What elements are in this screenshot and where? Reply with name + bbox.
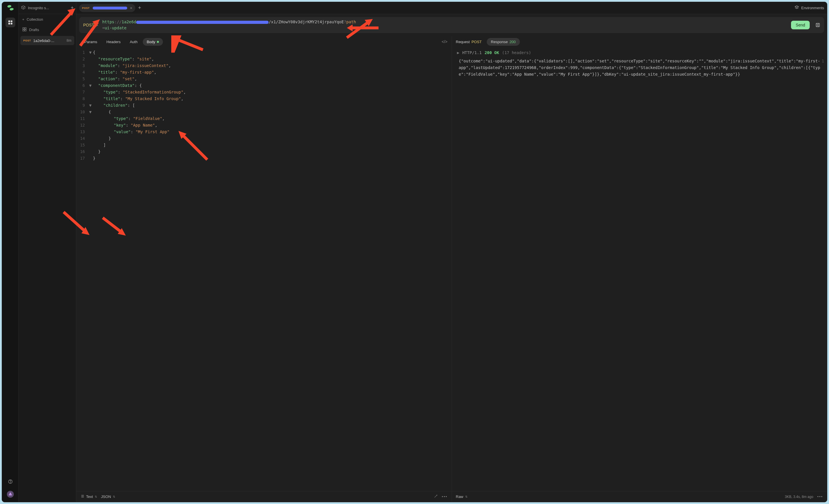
resp-line-num: 1 xyxy=(822,58,824,65)
tab-title-redacted xyxy=(93,7,127,9)
list-icon xyxy=(80,494,84,499)
request-tab[interactable]: POST × xyxy=(79,4,135,12)
raw-select[interactable]: Raw ⇅ xyxy=(456,495,467,499)
more-icon[interactable]: ••• xyxy=(817,495,823,499)
method-value: POST xyxy=(83,23,94,27)
drafts-icon xyxy=(22,27,27,33)
send-button[interactable]: Send xyxy=(791,21,810,29)
workspace-icon[interactable] xyxy=(5,17,15,27)
collection-row[interactable]: + Collection xyxy=(19,14,76,25)
more-icon[interactable]: ••• xyxy=(442,495,447,499)
save-icon[interactable] xyxy=(814,21,822,29)
format-select[interactable]: JSON ⇅ xyxy=(101,495,115,499)
request-side-label[interactable]: Request POST xyxy=(456,40,482,44)
app-logo xyxy=(6,5,14,11)
svg-rect-0 xyxy=(8,21,10,22)
new-icon[interactable]: + xyxy=(71,5,74,11)
tab-params[interactable]: Params xyxy=(80,38,101,46)
code-toggle-icon[interactable]: </> xyxy=(441,39,447,44)
svg-rect-2 xyxy=(8,23,10,25)
response-side-label[interactable]: Response 200 xyxy=(487,38,519,46)
svg-rect-8 xyxy=(25,28,26,29)
svg-rect-7 xyxy=(23,28,24,29)
url-redacted xyxy=(136,21,268,24)
svg-point-6 xyxy=(9,493,11,494)
chevron-updown-icon: ⇅ xyxy=(113,495,115,498)
draft-item[interactable]: POST 1a2e6da0-... 8m xyxy=(21,36,74,45)
collection-label: Collection xyxy=(27,17,43,22)
tab-auth[interactable]: Auth xyxy=(126,38,142,46)
chevron-updown-icon: ⇅ xyxy=(465,495,467,498)
svg-rect-10 xyxy=(25,30,26,31)
draft-name: 1a2e6da0-... xyxy=(33,39,65,43)
svg-rect-9 xyxy=(23,30,24,31)
response-stats: 3KB, 3.4s, 8m ago xyxy=(785,495,814,499)
svg-point-5 xyxy=(10,482,10,483)
svg-rect-3 xyxy=(11,23,12,25)
close-icon[interactable]: × xyxy=(130,6,133,10)
text-mode-select[interactable]: Text ⇅ xyxy=(80,494,97,499)
wand-icon[interactable] xyxy=(434,494,438,499)
body-editor[interactable]: 1▼{2"resourceType": "site",3"module": "j… xyxy=(76,47,452,491)
avatar-icon[interactable] xyxy=(5,489,15,499)
drafts-row[interactable]: Drafts xyxy=(19,25,76,35)
draft-method: POST xyxy=(23,39,31,42)
workspace-name[interactable]: Incognito s... xyxy=(28,6,68,10)
response-body[interactable]: 1 {"outcome":"ui-updated","data":{"valid… xyxy=(452,56,827,491)
draft-time: 8m xyxy=(67,39,71,43)
help-icon[interactable] xyxy=(5,477,15,487)
plus-icon: + xyxy=(22,17,25,22)
response-status-line[interactable]: ▶ HTTP/1.1 200 OK (17 headers) xyxy=(452,47,827,56)
method-select[interactable]: POST ⇅ xyxy=(83,23,98,27)
body-indicator-icon xyxy=(157,41,159,43)
url-input[interactable]: https://1a2e6d/x1/ZHowY08v3djrKMY2t4jrpa… xyxy=(102,19,787,31)
svg-rect-11 xyxy=(816,23,820,27)
box-icon xyxy=(21,5,26,11)
expand-icon[interactable]: ▶ xyxy=(457,50,459,55)
tab-headers[interactable]: Headers xyxy=(103,38,124,46)
environments-button[interactable]: Environments xyxy=(794,5,824,11)
tab-body[interactable]: Body xyxy=(143,38,163,46)
svg-rect-1 xyxy=(11,21,12,22)
tab-method: POST xyxy=(82,7,90,9)
request-bar: POST ⇅ https://1a2e6d/x1/ZHowY08v3djrKMY… xyxy=(79,17,824,33)
chevron-updown-icon: ⇅ xyxy=(96,24,98,27)
new-tab-icon[interactable]: + xyxy=(138,5,141,11)
chevron-updown-icon: ⇅ xyxy=(95,495,97,498)
layers-icon xyxy=(794,5,799,11)
env-label: Environments xyxy=(801,6,824,10)
drafts-label: Drafts xyxy=(29,28,39,32)
